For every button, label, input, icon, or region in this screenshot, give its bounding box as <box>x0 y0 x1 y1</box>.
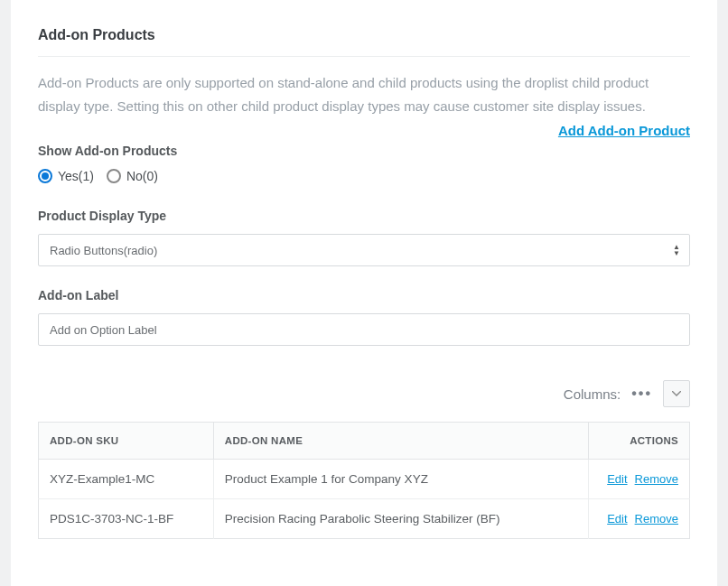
show-addon-no-radio[interactable]: No(0) <box>107 169 158 183</box>
edit-link[interactable]: Edit <box>607 472 627 486</box>
columns-dropdown-button[interactable] <box>663 380 690 407</box>
radio-label-yes: Yes(1) <box>58 169 94 183</box>
display-type-value: Radio Buttons(radio) <box>50 244 157 257</box>
table-row: XYZ-Example1-MCProduct Example 1 for Com… <box>39 460 690 499</box>
radio-icon <box>38 169 52 183</box>
show-addon-yes-radio[interactable]: Yes(1) <box>38 169 94 183</box>
cell-sku: XYZ-Example1-MC <box>39 460 214 499</box>
addon-label-label: Add-on Label <box>38 288 690 302</box>
section-description: Add-on Products are only supported on st… <box>38 71 690 117</box>
addon-label-input[interactable] <box>38 313 690 346</box>
remove-link[interactable]: Remove <box>635 512 678 526</box>
remove-link[interactable]: Remove <box>635 472 678 486</box>
radio-label-no: No(0) <box>126 169 158 183</box>
table-header-actions: ACTIONS <box>589 423 690 460</box>
display-type-select[interactable]: Radio Buttons(radio) ▲▼ <box>38 234 690 266</box>
show-addon-label: Show Add-on Products <box>38 144 690 158</box>
chevron-down-icon <box>672 391 681 396</box>
cell-name: Precision Racing Parabolic Steering Stab… <box>213 499 588 539</box>
cell-name: Product Example 1 for Company XYZ <box>213 460 588 499</box>
addon-products-table: ADD-ON SKU ADD-ON NAME ACTIONS XYZ-Examp… <box>38 422 690 539</box>
section-title: Add-on Products <box>38 27 690 57</box>
select-arrows-icon: ▲▼ <box>673 244 680 256</box>
display-type-label: Product Display Type <box>38 209 690 223</box>
radio-icon <box>107 169 121 183</box>
edit-link[interactable]: Edit <box>607 512 627 526</box>
columns-label: Columns: <box>564 386 621 402</box>
add-addon-product-link[interactable]: Add Add-on Product <box>558 123 690 138</box>
table-row: PDS1C-3703-NC-1-BFPrecision Racing Parab… <box>39 499 690 539</box>
cell-sku: PDS1C-3703-NC-1-BF <box>39 499 214 539</box>
table-header-name: ADD-ON NAME <box>213 423 588 460</box>
cell-actions: EditRemove <box>589 499 690 539</box>
cell-actions: EditRemove <box>589 460 690 499</box>
table-header-sku: ADD-ON SKU <box>39 423 214 460</box>
show-addon-radio-group: Yes(1) No(0) <box>38 169 690 183</box>
more-options-icon[interactable]: ••• <box>631 386 652 402</box>
